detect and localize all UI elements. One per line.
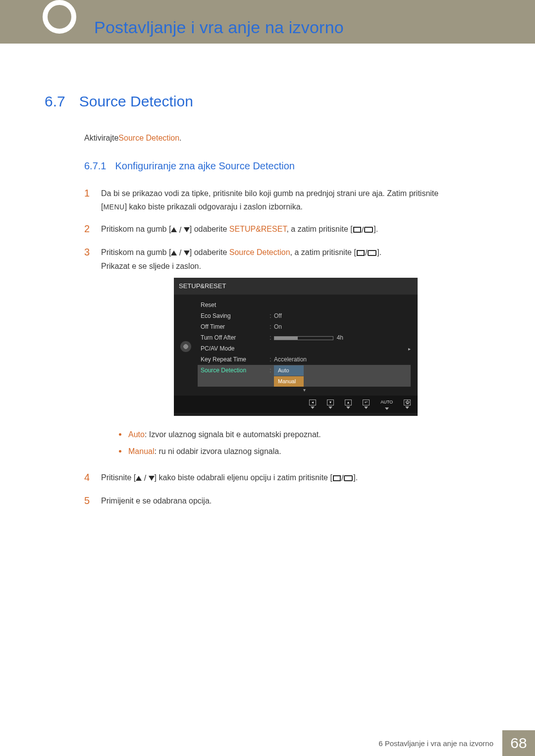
step-4: 4 Pritisnite [ / ] kako biste odabrali e… bbox=[84, 471, 490, 485]
bullet-manual: Manual: ru ni odabir izvora ulaznog sign… bbox=[119, 445, 490, 459]
step4-post: ]. bbox=[353, 473, 358, 482]
bullet-text: Auto: Izvor ulaznog signala bit e automa… bbox=[128, 428, 321, 442]
header-bar: Postavljanje i vra anje na izvorno bbox=[0, 0, 535, 44]
osd-label: Source Detection bbox=[198, 365, 267, 375]
enter-icon: / bbox=[332, 471, 353, 485]
osd-row-reset: Reset bbox=[198, 300, 411, 310]
osd-label: Eco Saving bbox=[198, 311, 267, 321]
intro-prefix: Aktivirajte bbox=[84, 134, 118, 142]
step-number: 5 bbox=[84, 494, 93, 507]
bullet-highlight: Auto bbox=[128, 430, 145, 439]
osd-label: Key Repeat Time bbox=[198, 354, 267, 364]
osd-list: Reset Eco Saving : Off Off Timer : On bbox=[198, 300, 411, 394]
bullet-rest: : ru ni odabir izvora ulaznog signala. bbox=[154, 447, 281, 455]
step-1: 1 Da bi se prikazao vodi za tipke, priti… bbox=[84, 187, 490, 213]
intro-suffix: . bbox=[179, 134, 181, 142]
osd-row-eco: Eco Saving : Off bbox=[198, 310, 411, 321]
steps-list: 1 Da bi se prikazao vodi za tipke, priti… bbox=[84, 187, 490, 507]
enter-icon: / bbox=[353, 223, 374, 237]
osd-down-caret: ▾ bbox=[198, 387, 411, 394]
osd-colon: : bbox=[267, 322, 274, 332]
osd-value: Off bbox=[274, 311, 411, 321]
step3-highlight: Source Detection bbox=[229, 248, 290, 256]
osd-option-manual: Manual bbox=[274, 376, 304, 387]
osd-title: SETUP&RESET bbox=[174, 278, 418, 295]
osd-value: Acceleration bbox=[274, 354, 411, 364]
osd-colon: : bbox=[267, 311, 274, 321]
enter-icon: / bbox=[356, 246, 377, 259]
menu-key: MENU bbox=[103, 203, 124, 211]
osd-sidebar bbox=[179, 300, 193, 394]
step2-highlight: SETUP&RESET bbox=[229, 225, 287, 233]
step-3: 3 Pritiskom na gumb [ / ] odaberite Sour… bbox=[84, 246, 490, 462]
subsection-number: 6.7.1 bbox=[84, 160, 106, 172]
step4-pre: Pritisnite [ bbox=[101, 473, 136, 482]
step5-text: Primijenit e se odabrana opcija. bbox=[101, 497, 212, 505]
step-body: Da bi se prikazao vodi za tipke, pritisn… bbox=[101, 187, 490, 213]
step2-post2: ]. bbox=[374, 225, 378, 233]
osd-footer: ◂ ▾ ▴ ↵ AUTO ⏻ bbox=[174, 396, 418, 412]
subsection-heading: 6.7.1 Konfiguriranje zna ajke Source Det… bbox=[84, 160, 490, 172]
step3-post2: ]. bbox=[377, 248, 381, 256]
up-down-icon: / bbox=[171, 223, 189, 237]
osd-row-offtimer: Off Timer : On bbox=[198, 321, 411, 332]
osd-colon: : bbox=[267, 354, 274, 364]
footer-page-number: 68 bbox=[502, 730, 535, 756]
intro-highlight: Source Detection bbox=[118, 134, 179, 142]
osd-label: Reset bbox=[198, 300, 267, 310]
bullet-list: Auto: Izvor ulaznog signala bit e automa… bbox=[119, 428, 490, 459]
osd-option-auto: Auto bbox=[274, 365, 304, 376]
osd-colon: : bbox=[267, 333, 274, 343]
osd-nav-up-icon: ▴ bbox=[345, 400, 352, 409]
osd-label: Off Timer bbox=[198, 322, 267, 332]
content-area: 6.7 Source Detection AktivirajteSource D… bbox=[0, 44, 535, 507]
step3-post1: , a zatim pritisnite [ bbox=[290, 248, 356, 256]
step-body: Pritisnite [ / ] kako biste odabrali elj… bbox=[101, 471, 490, 485]
osd-row-turnoff: Turn Off After : 4h bbox=[198, 332, 411, 343]
step-body: Pritiskom na gumb [ / ] odaberite Source… bbox=[101, 246, 490, 462]
step1-line1: Da bi se prikazao vodi za tipke, pritisn… bbox=[101, 189, 438, 198]
bullet-rest: : Izvor ulaznog signala bit e automatski… bbox=[145, 430, 321, 439]
step4-mid: ] kako biste odabrali eljenu opciju i za… bbox=[155, 473, 332, 482]
step-number: 4 bbox=[84, 471, 93, 485]
step1-line2-post: ] kako biste prikazali odgovaraju i zasl… bbox=[125, 202, 303, 211]
section-number: 6.7 bbox=[45, 93, 65, 110]
step2-post1: , a zatim pritisnite [ bbox=[286, 225, 352, 233]
section-title: Source Detection bbox=[79, 93, 193, 110]
subsection-title: Konfiguriranje zna ajke Source Detection bbox=[115, 160, 294, 172]
osd-label: PC/AV Mode bbox=[198, 344, 267, 353]
osd-nav-power-icon: ⏻ bbox=[404, 400, 411, 409]
osd-nav-auto: AUTO bbox=[380, 399, 393, 409]
step-body: Pritiskom na gumb [ / ] odaberite SETUP&… bbox=[101, 222, 490, 236]
osd-row-pcav: PC/AV Mode ▸ bbox=[198, 343, 411, 354]
footer-chapter-label: 6 Postavljanje i vra anje na izvorno bbox=[370, 730, 502, 756]
step-number: 2 bbox=[84, 222, 93, 236]
osd-value: 4h bbox=[274, 333, 411, 343]
step3-pre: Pritiskom na gumb [ bbox=[101, 248, 171, 256]
step-number: 3 bbox=[84, 246, 93, 462]
osd-screenshot: SETUP&RESET Reset Eco Saving : bbox=[174, 278, 418, 415]
osd-value: Auto bbox=[274, 365, 411, 376]
chevron-right-icon: ▸ bbox=[408, 345, 411, 353]
osd-nav-enter-icon: ↵ bbox=[363, 400, 370, 409]
chapter-ring-icon bbox=[43, 0, 76, 34]
intro-text: AktivirajteSource Detection. bbox=[84, 134, 490, 143]
step2-mid: ] odaberite bbox=[190, 225, 229, 233]
osd-row-sourcedetection: Source Detection : Auto bbox=[198, 365, 411, 376]
step-2: 2 Pritiskom na gumb [ / ] odaberite SETU… bbox=[84, 222, 490, 236]
osd-nav-left-icon: ◂ bbox=[309, 400, 316, 409]
bullet-auto: Auto: Izvor ulaznog signala bit e automa… bbox=[119, 428, 490, 442]
up-down-icon: / bbox=[136, 471, 154, 485]
osd-row-keyrepeat: Key Repeat Time : Acceleration bbox=[198, 354, 411, 365]
up-down-icon: / bbox=[171, 246, 189, 259]
step2-pre: Pritiskom na gumb [ bbox=[101, 225, 171, 233]
osd-slider bbox=[274, 336, 333, 340]
osd-label: Turn Off After bbox=[198, 333, 267, 343]
osd-slider-value: 4h bbox=[337, 334, 343, 341]
bullet-text: Manual: ru ni odabir izvora ulaznog sign… bbox=[128, 445, 281, 459]
bullet-dot-icon bbox=[119, 450, 121, 453]
step3-mid: ] odaberite bbox=[190, 248, 229, 256]
step-body: Primijenit e se odabrana opcija. bbox=[101, 494, 490, 507]
step-5: 5 Primijenit e se odabrana opcija. bbox=[84, 494, 490, 507]
bullet-highlight: Manual bbox=[128, 447, 154, 455]
